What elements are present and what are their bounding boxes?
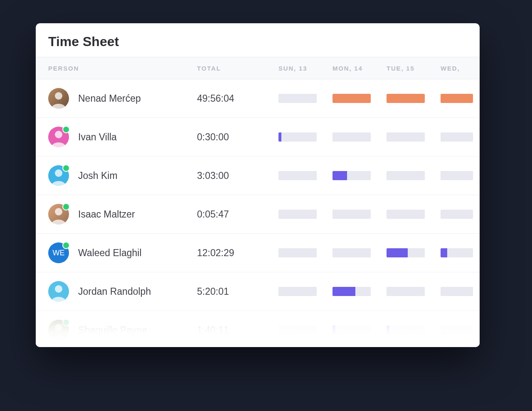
online-badge-icon (62, 203, 70, 210)
table-row[interactable]: Ivan Villa0:30:00 (36, 118, 480, 157)
day-cell[interactable] (332, 248, 387, 257)
total-time: 0:05:47 (197, 209, 278, 220)
column-header-day-0[interactable]: SUN, 13 (278, 65, 332, 72)
avatar[interactable] (48, 204, 69, 225)
avatar-initials: WE (53, 249, 65, 257)
person-cell: Nenad Merćep (48, 88, 197, 109)
avatar[interactable] (48, 88, 69, 109)
time-bar (332, 287, 371, 296)
time-bar (387, 325, 425, 335)
column-header-day-2[interactable]: TUE, 15 (387, 65, 441, 72)
time-bar (278, 171, 317, 180)
time-bar (441, 132, 473, 142)
person-name: Shaquille Payne (78, 325, 147, 336)
day-cell[interactable] (278, 171, 332, 180)
day-cell[interactable] (278, 248, 332, 257)
day-cell[interactable] (387, 94, 441, 103)
table-row[interactable]: WEWaleed Elaghil12:02:29 (36, 234, 480, 272)
svg-point-5 (55, 324, 62, 331)
table-header: PERSON TOTAL SUN, 13 MON, 14 TUE, 15 WED… (36, 57, 480, 79)
table-row[interactable]: Jordan Randolph5:20:01 (36, 272, 480, 311)
person-name: Jordan Randolph (78, 286, 151, 297)
day-cell[interactable] (441, 94, 480, 103)
time-bar-fill (332, 325, 335, 335)
day-cell[interactable] (387, 171, 441, 180)
time-bar (278, 210, 317, 219)
person-cell: WEWaleed Elaghil (48, 242, 197, 263)
time-bar-fill (387, 94, 425, 103)
person-cell: Isaac Maltzer (48, 204, 197, 225)
column-header-total[interactable]: TOTAL (197, 65, 278, 72)
avatar[interactable] (48, 320, 69, 340)
avatar[interactable] (48, 165, 69, 186)
time-bar (441, 287, 473, 296)
online-badge-icon (62, 242, 70, 249)
person-cell: Jordan Randolph (48, 281, 197, 302)
time-bar (332, 132, 371, 142)
day-cell[interactable] (441, 287, 480, 296)
day-cell[interactable] (278, 287, 332, 296)
time-bar-fill (332, 287, 355, 296)
timesheet-card: Time Sheet PERSON TOTAL SUN, 13 MON, 14 … (36, 23, 480, 347)
day-cell[interactable] (441, 210, 480, 219)
table-row[interactable]: Shaquille Payne1:40:11 (36, 311, 480, 347)
table-row[interactable]: Nenad Merćep49:56:04 (36, 79, 480, 118)
person-photo-icon (48, 88, 69, 109)
avatar[interactable] (48, 127, 69, 147)
day-cell[interactable] (441, 132, 480, 142)
person-name: Waleed Elaghil (78, 247, 142, 259)
day-cell[interactable] (441, 325, 480, 335)
time-bar (441, 171, 473, 180)
day-cell[interactable] (278, 325, 332, 335)
person-cell: Ivan Villa (48, 127, 197, 147)
time-bar (441, 325, 473, 335)
time-bar-fill (387, 248, 408, 257)
time-bar (278, 248, 317, 257)
time-bar (332, 325, 371, 335)
person-name: Ivan Villa (78, 132, 117, 143)
time-bar (387, 287, 425, 296)
day-cell[interactable] (387, 132, 441, 142)
time-bar-fill (278, 132, 281, 142)
time-bar (332, 210, 371, 219)
day-cell[interactable] (332, 287, 387, 296)
day-cell[interactable] (441, 171, 480, 180)
day-cell[interactable] (332, 94, 387, 103)
day-cell[interactable] (278, 210, 332, 219)
time-bar (332, 171, 371, 180)
day-cell[interactable] (332, 171, 387, 180)
person-name: Nenad Merćep (78, 93, 141, 104)
svg-point-4 (55, 285, 62, 293)
day-cell[interactable] (332, 210, 387, 219)
online-badge-icon (62, 126, 70, 133)
day-cell[interactable] (387, 248, 441, 257)
day-cell[interactable] (332, 325, 387, 335)
time-bar (387, 94, 425, 103)
avatar[interactable]: WE (48, 242, 69, 263)
time-bar (332, 248, 371, 257)
avatar[interactable] (48, 281, 69, 302)
day-cell[interactable] (387, 325, 441, 335)
day-cell[interactable] (441, 248, 480, 257)
time-bar (278, 132, 317, 142)
table-body: Nenad Merćep49:56:04Ivan Villa0:30:00Jos… (36, 79, 480, 347)
table-row[interactable]: Isaac Maltzer0:05:47 (36, 195, 480, 234)
day-cell[interactable] (278, 132, 332, 142)
time-bar (278, 325, 317, 335)
day-cell[interactable] (387, 287, 441, 296)
total-time: 1:40:11 (197, 325, 278, 336)
time-bar (387, 171, 425, 180)
time-bar (387, 132, 425, 142)
day-cell[interactable] (278, 94, 332, 103)
total-time: 5:20:01 (197, 286, 278, 297)
column-header-day-1[interactable]: MON, 14 (332, 65, 387, 72)
day-cell[interactable] (387, 210, 441, 219)
day-cell[interactable] (332, 132, 387, 142)
time-bar (387, 248, 425, 257)
column-header-day-3[interactable]: WED, (441, 65, 480, 72)
svg-point-0 (55, 92, 62, 100)
person-photo-icon (48, 281, 69, 302)
table-row[interactable]: Josh Kim3:03:00 (36, 157, 480, 195)
time-bar-fill (332, 171, 347, 180)
column-header-person[interactable]: PERSON (48, 65, 197, 72)
